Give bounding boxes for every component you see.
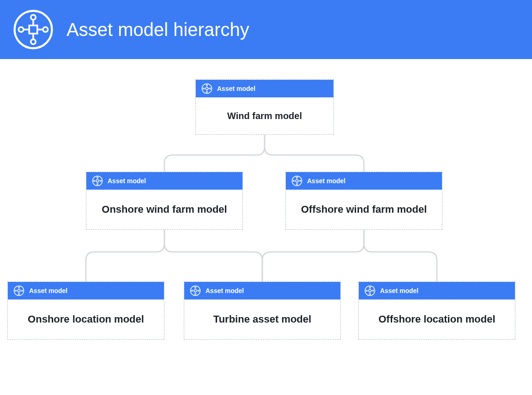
svg-point-55	[198, 290, 200, 292]
svg-rect-61	[369, 290, 371, 292]
node-name: Onshore wind farm model	[86, 190, 242, 229]
node-header: Asset model	[184, 282, 340, 299]
svg-point-13	[206, 91, 208, 93]
node-type-label: Asset model	[217, 85, 255, 92]
svg-point-35	[300, 180, 301, 182]
svg-point-45	[22, 290, 23, 292]
page-header: Asset model hierarchy	[0, 0, 532, 59]
svg-point-60	[365, 286, 375, 295]
node-type-label: Asset model	[206, 287, 244, 294]
node-turbine-asset-model: Asset model Turbine asset model	[184, 281, 341, 340]
svg-point-15	[210, 88, 211, 90]
svg-point-3	[31, 39, 36, 44]
svg-point-2	[31, 15, 36, 20]
svg-rect-11	[206, 88, 208, 90]
svg-point-33	[296, 184, 298, 185]
svg-point-65	[373, 290, 374, 292]
svg-point-62	[369, 287, 371, 288]
svg-point-14	[203, 88, 204, 90]
svg-rect-21	[97, 180, 99, 182]
node-name: Turbine asset model	[184, 299, 340, 339]
node-offshore-wind-farm-model: Asset model Offshore wind farm model	[285, 172, 442, 230]
svg-point-12	[206, 84, 208, 86]
svg-point-44	[15, 290, 16, 292]
node-header: Asset model	[286, 172, 442, 190]
svg-point-50	[190, 286, 200, 295]
svg-point-23	[97, 184, 98, 185]
svg-point-43	[18, 293, 20, 295]
svg-rect-31	[296, 180, 298, 182]
svg-point-54	[191, 290, 193, 292]
node-type-label: Asset model	[380, 287, 418, 294]
node-offshore-location-model: Asset model Offshore location model	[358, 281, 515, 340]
node-onshore-wind-farm-model: Asset model Onshore wind farm model	[86, 172, 243, 230]
node-name: Offshore location model	[359, 299, 515, 339]
svg-point-5	[43, 27, 48, 32]
svg-point-42	[18, 287, 20, 288]
svg-rect-51	[194, 290, 197, 292]
svg-point-20	[92, 176, 102, 186]
node-wind-farm-model: Asset model Wind farm model	[195, 79, 334, 135]
asset-model-icon	[364, 285, 375, 296]
node-header: Asset model	[8, 282, 164, 299]
node-header: Asset model	[196, 80, 333, 97]
svg-rect-1	[29, 25, 37, 34]
svg-point-25	[100, 180, 102, 182]
node-type-label: Asset model	[108, 177, 146, 185]
svg-point-10	[202, 84, 212, 93]
svg-point-30	[292, 176, 302, 186]
asset-model-icon	[13, 9, 54, 50]
node-type-label: Asset model	[29, 287, 67, 294]
svg-rect-41	[18, 290, 20, 292]
svg-point-63	[369, 293, 371, 295]
asset-model-icon	[291, 175, 302, 186]
node-type-label: Asset model	[307, 177, 345, 185]
node-name: Onshore location model	[8, 299, 164, 339]
svg-point-0	[15, 11, 52, 48]
svg-point-4	[18, 27, 24, 32]
svg-point-53	[195, 293, 196, 295]
node-header: Asset model	[86, 172, 242, 190]
node-name: Offshore wind farm model	[286, 190, 442, 229]
svg-point-32	[296, 177, 298, 178]
svg-point-52	[195, 287, 196, 288]
svg-point-64	[366, 290, 367, 292]
node-onshore-location-model: Asset model Onshore location model	[7, 281, 164, 340]
asset-model-icon	[190, 285, 201, 296]
svg-point-34	[293, 180, 294, 182]
asset-model-icon	[92, 175, 103, 186]
diagram-canvas: Asset model Wind farm model Asset model …	[0, 59, 532, 395]
svg-point-40	[14, 286, 24, 295]
svg-point-22	[97, 177, 98, 178]
asset-model-icon	[13, 285, 24, 296]
page-title: Asset model hierarchy	[66, 19, 249, 40]
asset-model-icon	[201, 83, 212, 94]
svg-point-24	[93, 180, 95, 182]
node-header: Asset model	[359, 282, 515, 299]
node-name: Wind farm model	[196, 97, 333, 134]
